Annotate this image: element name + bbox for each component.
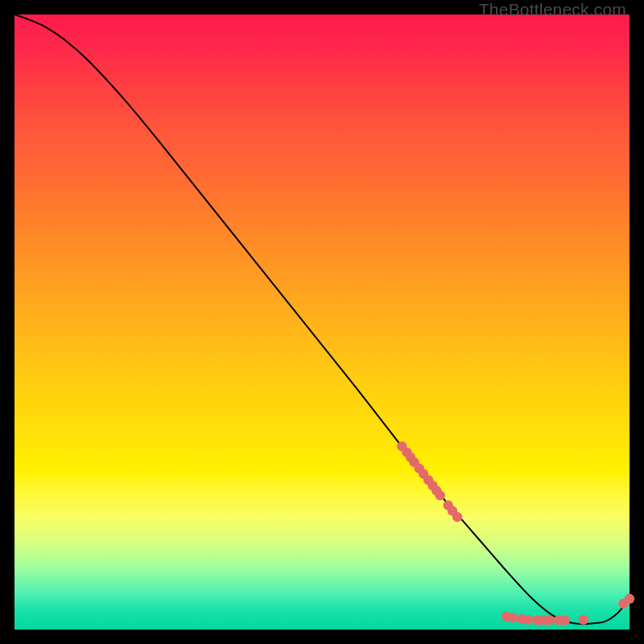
data-marker (508, 613, 518, 622)
data-marker (544, 615, 554, 625)
data-marker (523, 615, 533, 625)
chart-line (14, 14, 630, 624)
data-marker (579, 615, 588, 625)
data-marker (560, 615, 570, 625)
bottleneck-chart (14, 14, 630, 630)
data-marker (625, 594, 634, 604)
chart-markers (397, 441, 634, 625)
data-marker (452, 512, 462, 522)
data-marker (435, 490, 444, 500)
